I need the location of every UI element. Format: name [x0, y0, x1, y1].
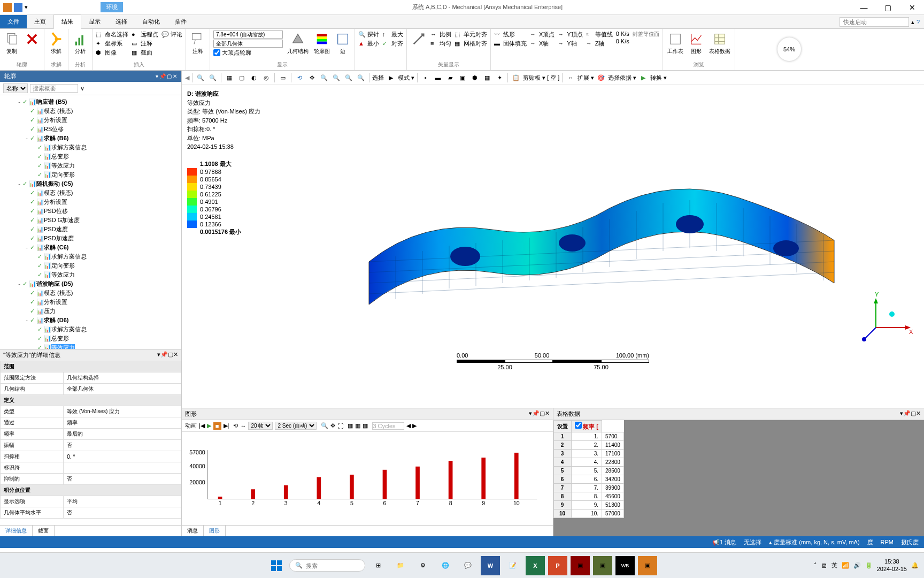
taskbar-search[interactable]: 🔍 — [289, 559, 365, 572]
shade-icon[interactable]: ◐ — [249, 72, 259, 83]
geom-input[interactable] — [213, 40, 283, 48]
tree-node[interactable]: ✓📊求解方案信息 — [1, 143, 180, 152]
cycles-input[interactable] — [372, 422, 404, 430]
tab-plugin[interactable]: 插件 — [167, 15, 194, 28]
ansys-icon[interactable]: ▣ — [638, 556, 657, 575]
zoom-in-icon[interactable]: 🔍 — [207, 72, 218, 83]
cursor-icon[interactable]: ▶ — [386, 72, 396, 83]
view-cube-icon[interactable]: ▦ — [224, 72, 235, 83]
sel-face-icon[interactable]: ▰ — [445, 72, 456, 83]
tray-vol-icon[interactable]: 🔊 — [853, 562, 861, 569]
qat-dropdown-icon[interactable]: ▾ — [25, 4, 28, 11]
tray-wifi-icon[interactable]: 📶 — [842, 562, 849, 569]
tree-node[interactable]: ✓📊定向变形 — [1, 170, 180, 179]
copy-button[interactable]: 复制 — [3, 31, 20, 56]
sel-body-icon[interactable]: ▣ — [457, 72, 468, 83]
close-icon[interactable]: ✕ — [173, 73, 177, 79]
msg-count[interactable]: 📢1 消息 — [712, 538, 736, 546]
search-dropdown-icon[interactable]: ∨ — [80, 85, 84, 92]
tree-node[interactable]: -✓📊求解 (C6) — [1, 243, 180, 252]
tray-notif-icon[interactable]: 🔔 — [911, 562, 919, 569]
edge-icon[interactable]: 🌐 — [436, 556, 455, 575]
tree-node[interactable]: ✓📊RS位移 — [1, 125, 180, 134]
tree-node[interactable]: ✓📊PSD加速度 — [1, 234, 180, 243]
tree-node[interactable]: ✓📊求解方案信息 — [1, 325, 180, 334]
tree-node[interactable]: ✓📊模态 (模态) — [1, 188, 180, 197]
analysis-button[interactable]: 分析 — [72, 31, 89, 56]
maximize-icon[interactable]: ▢ — [167, 73, 172, 79]
tree-node[interactable]: ✓📊PSD速度 — [1, 225, 180, 234]
tree-node[interactable]: ✓📊等效应力 — [1, 161, 180, 170]
sel-vert-icon[interactable]: ▪ — [420, 72, 431, 83]
wechat-icon[interactable]: 💬 — [458, 556, 478, 575]
start-icon[interactable] — [267, 556, 286, 575]
outline-tree[interactable]: -✓📊响应谱 (B5)✓📊模态 (模态)✓📊分析设置✓📊RS位移-✓📊求解 (B… — [0, 95, 181, 349]
tab-file[interactable]: 文件 — [0, 15, 27, 28]
chart-body[interactable]: 20000400005700012345678910 — [182, 432, 553, 525]
explorer-icon[interactable]: 📁 — [391, 556, 410, 575]
tree-node[interactable]: ✓📊PSD G加速度 — [1, 216, 180, 225]
loop-icon[interactable]: ⟲ — [233, 422, 238, 429]
tab-auto[interactable]: 自动化 — [135, 15, 167, 28]
scale-input[interactable] — [213, 31, 283, 39]
axis-triad[interactable]: Y X — [860, 290, 913, 344]
tray-clock[interactable]: 15:382024-02-15 — [877, 558, 907, 572]
app1-icon[interactable]: ▣ — [571, 556, 590, 575]
sel-dep-icon[interactable]: 🎯 — [596, 72, 606, 83]
chart-pan-icon[interactable]: ✥ — [330, 422, 335, 429]
vector-button[interactable] — [410, 31, 427, 48]
notepad-icon[interactable]: 📝 — [503, 556, 522, 575]
tree-node[interactable]: ✓📊总变形 — [1, 152, 180, 161]
worksheet-button[interactable]: 工作表 — [666, 31, 684, 56]
details-table[interactable]: 范围范围限定方法几何结构选择几何结构全部几何体定义类型等效 (Von-Mises… — [0, 361, 181, 519]
tree-node[interactable]: ✓📊分析设置 — [1, 116, 180, 125]
tree-search-input[interactable] — [30, 84, 78, 93]
chart-fit-icon[interactable]: ⛶ — [337, 423, 343, 429]
tab-result[interactable]: 结果 — [53, 14, 81, 29]
solve-button[interactable]: 求解 — [48, 31, 65, 56]
help-icon[interactable]: ? — [917, 19, 920, 25]
sel-edge-icon[interactable]: ▬ — [433, 72, 443, 83]
zoom-all-icon[interactable]: 🔍 — [343, 72, 354, 83]
tree-node[interactable]: ✓📊模态 (模态) — [1, 107, 180, 116]
maximize-button[interactable]: ▢ — [876, 0, 900, 15]
tree-node[interactable]: ✓📊分析设置 — [1, 298, 180, 307]
tab-home[interactable]: 主页 — [27, 15, 53, 28]
tree-node[interactable]: ✓📊求解方案信息 — [1, 252, 180, 261]
tree-node[interactable]: ✓📊等效应力 — [1, 270, 180, 279]
box-select-icon[interactable]: ▭ — [278, 72, 288, 83]
tray-ime-icon[interactable]: 英 — [831, 561, 837, 569]
bounce-icon[interactable]: ↔ — [240, 423, 246, 429]
anim-stop-icon[interactable]: ■ — [213, 422, 221, 430]
zoom-sel-icon[interactable]: 🔍 — [356, 72, 366, 83]
chart-opt2-icon[interactable]: ▦ — [355, 422, 360, 429]
edge-button[interactable]: 边 — [334, 31, 351, 56]
tree-node[interactable]: -✓📊求解 (D6) — [1, 316, 180, 325]
clipboard-icon[interactable]: 📋 — [511, 72, 521, 83]
tree-node[interactable]: ✓📊模态 (模态) — [1, 288, 180, 298]
zoom-icon[interactable]: 🔍 — [319, 72, 329, 83]
task-view-icon[interactable]: ⊞ — [368, 556, 388, 575]
chart-opt1-icon[interactable]: ▦ — [348, 422, 353, 429]
tab-select[interactable]: 选择 — [108, 15, 135, 28]
ppt-icon[interactable]: P — [548, 556, 567, 575]
chart-nav-icon[interactable]: ◀ ▶ — [406, 422, 417, 429]
chart-zoom-icon[interactable]: 🔍 — [321, 422, 328, 429]
tree-node[interactable]: -✓📊谐波响应 (D5) — [1, 279, 180, 288]
extend-icon[interactable]: ↔ — [565, 72, 576, 83]
pin-icon[interactable]: 📌 — [159, 73, 166, 79]
vertex-outline-check[interactable] — [213, 49, 220, 56]
app2-icon[interactable]: ▣ — [593, 556, 612, 575]
tab-details[interactable]: 详细信息 — [0, 526, 33, 536]
settings-icon[interactable]: ⚙ — [413, 556, 433, 575]
contour-button[interactable]: 轮廓图 — [313, 31, 331, 56]
tree-node[interactable]: -✓📊响应谱 (B5) — [1, 97, 180, 107]
data-table[interactable]: 设置 频率 [ 11.5700.22.1140033.1710044.22800… — [553, 420, 624, 518]
tab-msg[interactable]: 消息 — [182, 526, 204, 536]
sel-coord-icon[interactable]: ✦ — [494, 72, 505, 83]
tabledata-button[interactable]: 表格数据 — [708, 31, 732, 56]
sel-node-icon[interactable]: ⬢ — [469, 72, 480, 83]
tab-section[interactable]: 截面 — [33, 526, 55, 536]
graph-button[interactable]: 图形 — [688, 31, 705, 56]
quick-launch-input[interactable] — [840, 17, 909, 27]
